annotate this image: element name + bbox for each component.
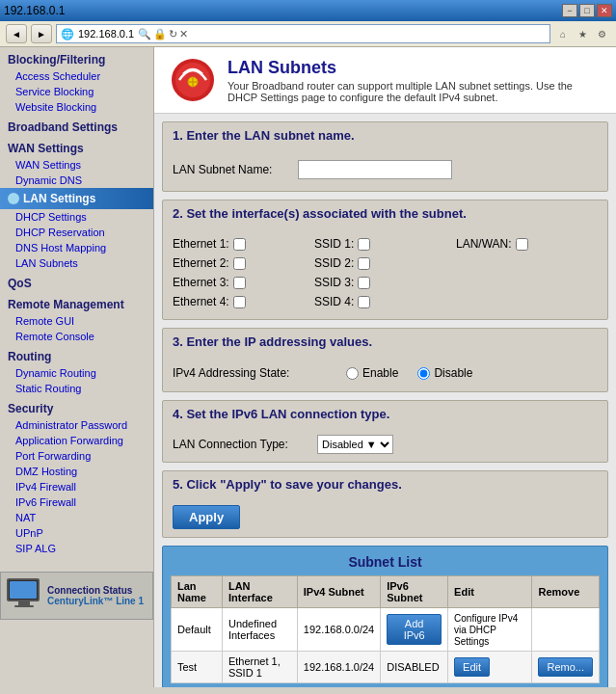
sidebar-section-broadband: Broadband Settings: [0, 115, 153, 136]
sidebar-item-dmz-hosting[interactable]: DMZ Hosting: [0, 464, 153, 479]
sidebar-item-dhcp-reservation[interactable]: DHCP Reservation: [0, 225, 153, 240]
sidebar-item-wan-settings[interactable]: WAN Settings: [0, 157, 153, 173]
ethernet3-checkbox[interactable]: [233, 277, 246, 289]
subnet-table-header-row: Lan Name LAN Interface IPv4 Subnet IPv6 …: [172, 576, 600, 608]
title-bar-text: 192.168.0.1: [4, 4, 65, 17]
table-row: Test Ethernet 1, SSID 1 192.168.1.0/24 D…: [172, 652, 600, 683]
sidebar-item-dynamic-dns[interactable]: Dynamic DNS: [0, 173, 153, 188]
section-2-title: 2. Set the interface(s) associated with …: [163, 200, 607, 227]
sidebar-item-dhcp-settings[interactable]: DHCP Settings: [0, 209, 153, 225]
sidebar-item-lan-subnets[interactable]: LAN Subnets: [0, 255, 153, 271]
section-subnet-name: 1. Enter the LAN subnet name. LAN Subnet…: [162, 121, 608, 192]
test-ipv4: 192.168.1.0/24: [297, 652, 380, 683]
page-title: LAN Subnets: [228, 58, 601, 78]
ssid2-checkbox[interactable]: [358, 257, 370, 270]
sidebar-section-lan-active[interactable]: LAN Settings: [0, 188, 153, 209]
sidebar-item-sip-alg[interactable]: SIP ALG: [0, 541, 153, 556]
sidebar-item-ipv6-firewall[interactable]: IPv6 Firewall: [0, 494, 153, 510]
section-1-title: 1. Enter the LAN subnet name.: [163, 122, 607, 148]
enable-radio[interactable]: [346, 367, 359, 380]
title-bar: 192.168.0.1 − □ ✕: [0, 0, 616, 21]
tools-button[interactable]: ⚙: [593, 25, 610, 42]
interface-col-1: Ethernet 1: Ethernet 2: Ethernet 3:: [173, 234, 314, 311]
ethernet3-label: Ethernet 3:: [173, 276, 229, 289]
edit-button[interactable]: Edit: [454, 657, 490, 677]
sidebar-item-dns-host-mapping[interactable]: DNS Host Mapping: [0, 240, 153, 255]
subnet-name-input[interactable]: [298, 160, 452, 179]
test-lan-name: Test: [172, 652, 223, 683]
sidebar-item-remote-gui[interactable]: Remote GUI: [0, 313, 153, 329]
sidebar-item-upnp[interactable]: UPnP: [0, 525, 153, 541]
default-edit: Configure IPv4 via DHCP Settings: [448, 608, 532, 652]
sidebar-item-ipv4-firewall[interactable]: IPv4 Firewall: [0, 479, 153, 494]
minimize-button[interactable]: −: [562, 4, 577, 17]
page-description: Your Broadband router can support multip…: [228, 80, 601, 103]
section-ip-addressing: 3. Enter the IP addressing values. IPv4 …: [162, 328, 608, 392]
sidebar-item-static-routing[interactable]: Static Routing: [0, 381, 153, 396]
subnet-list-section: Subnet List Lan Name LAN Interface IPv4 …: [162, 546, 608, 687]
ethernet2-label: Ethernet 2:: [173, 256, 229, 270]
window-controls: − □ ✕: [562, 4, 612, 17]
ipv4-state-label: IPv4 Addressing State:: [173, 366, 327, 380]
col-ipv4-subnet: IPv4 Subnet: [297, 576, 380, 608]
interface-col-3: LAN/WAN:: [456, 234, 598, 311]
remove-button[interactable]: Remo...: [538, 657, 593, 677]
disable-radio[interactable]: [417, 367, 430, 380]
ethernet1-label: Ethernet 1:: [173, 237, 229, 251]
section-ipv6-lan: 4. Set the IPv6 LAN connection type. LAN…: [162, 400, 608, 463]
home-button[interactable]: ⌂: [554, 25, 572, 42]
ipv4-state-row: IPv4 Addressing State: Enable Disable: [173, 362, 598, 384]
section-3-title: 3. Enter the IP addressing values.: [163, 329, 607, 355]
ssid3-checkbox[interactable]: [358, 277, 370, 289]
sidebar-item-nat[interactable]: NAT: [0, 510, 153, 525]
test-ipv6: DISABLED: [381, 652, 448, 683]
sidebar-item-remote-console[interactable]: Remote Console: [0, 329, 153, 344]
close-button[interactable]: ✕: [597, 4, 612, 17]
back-button[interactable]: ◄: [6, 24, 27, 43]
apply-button[interactable]: Apply: [173, 505, 240, 529]
maximize-button[interactable]: □: [579, 4, 595, 17]
active-indicator: [8, 193, 19, 204]
section-1-content: LAN Subnet Name:: [163, 148, 607, 191]
ssid4-checkbox[interactable]: [358, 296, 370, 308]
search-icon: 🔍: [138, 28, 151, 40]
col-lan-interface: LAN Interface: [222, 576, 297, 608]
sidebar-item-dynamic-routing[interactable]: Dynamic Routing: [0, 365, 153, 381]
connection-status-sidebar: Connection Status CenturyLink™ Line 1: [0, 572, 153, 620]
col-ipv6-subnet: IPv6 Subnet: [381, 576, 448, 608]
add-ipv6-button[interactable]: Add IPv6: [387, 614, 442, 645]
disable-label: Disable: [434, 366, 472, 380]
ssid1-checkbox[interactable]: [358, 238, 370, 251]
sidebar-active-label: LAN Settings: [23, 192, 95, 205]
ssid3-label: SSID 3:: [314, 276, 354, 289]
lanwan-checkbox[interactable]: [516, 238, 528, 251]
ethernet2-checkbox[interactable]: [233, 257, 246, 270]
address-text: 192.168.0.1: [78, 28, 134, 40]
ssid2-label: SSID 2:: [314, 256, 354, 270]
globe-icon: 🌐: [61, 28, 74, 40]
sidebar-item-access-scheduler[interactable]: Access Scheduler: [0, 68, 153, 84]
page-header: LAN Subnets Your Broadband router can su…: [154, 47, 616, 114]
ssid4-item: SSID 4:: [314, 292, 456, 311]
connection-type-label: LAN Connection Type:: [173, 438, 308, 451]
subnet-name-row: LAN Subnet Name:: [173, 156, 598, 183]
ethernet1-checkbox[interactable]: [233, 238, 246, 251]
sidebar-item-app-forwarding[interactable]: Application Forwarding: [0, 433, 153, 448]
refresh-icon: ↻: [169, 28, 177, 40]
sidebar-item-service-blocking[interactable]: Service Blocking: [0, 84, 153, 99]
sidebar-item-admin-password[interactable]: Administrator Password: [0, 417, 153, 433]
forward-button[interactable]: ►: [31, 24, 52, 43]
ethernet4-checkbox[interactable]: [233, 296, 246, 308]
address-bar[interactable]: 🌐 192.168.0.1 🔍 🔒 ↻ ✕: [56, 24, 550, 43]
sidebar-item-website-blocking[interactable]: Website Blocking: [0, 99, 153, 115]
default-ipv4: 192.168.0.0/24: [297, 608, 380, 652]
sidebar-item-port-forwarding[interactable]: Port Forwarding: [0, 448, 153, 464]
connection-type-select[interactable]: Disabled ▼: [317, 435, 393, 454]
disable-radio-item: Disable: [417, 366, 472, 380]
favorites-button[interactable]: ★: [574, 25, 591, 42]
ethernet3-item: Ethernet 3:: [173, 273, 314, 292]
connection-status-icon: [7, 578, 41, 613]
connection-type-row: LAN Connection Type: Disabled ▼: [173, 435, 598, 454]
col-remove: Remove: [532, 576, 600, 608]
default-lan-name: Default: [172, 608, 223, 652]
